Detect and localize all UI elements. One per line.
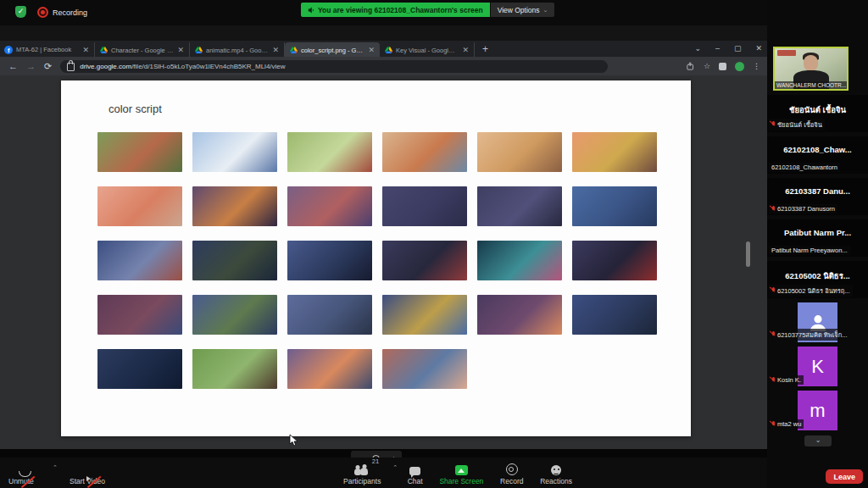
browser-menu-icon[interactable]: ⋮ <box>753 62 760 70</box>
participant-tile-4[interactable]: 62105002 นิติธร...62105002 นิติธร อินทรฤ… <box>767 261 868 298</box>
maximize-icon[interactable]: ▢ <box>734 44 742 53</box>
thumb-man-walking-dawn <box>382 349 467 389</box>
participant-name-label: mta2 wu <box>769 419 804 429</box>
tab-title: animatic.mp4 - Google ไดรฟ์ <box>206 45 268 55</box>
tab-close-icon[interactable]: ✕ <box>176 46 185 54</box>
thumb-sunset-farm-boy <box>97 186 182 226</box>
viewing-banner: You are viewing 62102108_Chawantorn's sc… <box>301 3 490 17</box>
participants-panel: WANCHALERM CHOOTR... ชัยอนันต์ เชื้อจินช… <box>767 0 868 488</box>
drive-favicon-icon <box>289 46 298 54</box>
thumb-dark-room-window <box>382 186 467 226</box>
speaker-icon <box>308 7 314 14</box>
muted-mic-icon <box>771 331 776 338</box>
record-button[interactable]: Record <box>500 461 523 488</box>
participants-count-badge: 21 <box>372 458 379 465</box>
meeting-top-bar: ✓ Recording You are viewing 62102108_Cha… <box>0 0 868 25</box>
participant-name-label: 62103387 Danusorn <box>769 204 837 214</box>
tab-title: Key Visual - Google ไดรฟ์ <box>396 45 458 55</box>
encryption-shield-icon: ✓ <box>15 6 26 18</box>
toolbar-icons: ☆ ⋮ <box>687 57 760 75</box>
participant-tile-2[interactable]: 62103387 Danu...62103387 Danusorn <box>767 178 868 215</box>
thumbnail-row-3 <box>97 241 691 280</box>
thumb-dawn-road-fence <box>287 349 372 389</box>
start-video-button[interactable]: Start Video <box>70 461 105 485</box>
thumb-blue-creature-gold-mane <box>382 295 467 335</box>
close-window-icon[interactable]: ✕ <box>755 44 762 53</box>
participant-tile-3[interactable]: Patibut Narm Pr...Patibut Narm Preeyawon… <box>767 219 868 257</box>
screen-share-banner: You are viewing 62102108_Chawantorn's sc… <box>301 3 554 17</box>
leave-button[interactable]: Leave <box>826 469 863 484</box>
participants-options-chevron[interactable]: ⌃ <box>392 464 398 488</box>
recording-label: Recording <box>53 8 87 17</box>
reload-button[interactable]: ⟳ <box>44 61 52 72</box>
record-icon <box>506 463 518 475</box>
muted-mic-icon <box>771 287 776 294</box>
unmute-button[interactable]: Unmute <box>8 461 34 485</box>
scrollbar-thumb[interactable] <box>746 241 750 267</box>
bookmark-star-icon[interactable]: ☆ <box>704 62 710 70</box>
toolbar-button-label: Share Screen <box>439 477 483 485</box>
muted-mic-icon <box>771 206 776 213</box>
participants-icon <box>354 464 370 475</box>
thumb-night-pines-glow <box>572 295 657 335</box>
browser-tab-0[interactable]: fMTA-62 | Facebook✕ <box>0 42 95 57</box>
reactions-button[interactable]: Reactions <box>540 461 572 488</box>
thumb-monster-crowd-red-eyes <box>382 241 467 280</box>
toolbar-button-label: Reactions <box>540 477 572 485</box>
participant-tile-5[interactable]: 62103775สมคิด ทิพเจ็ก... <box>767 302 868 342</box>
thumbnail-row-5 <box>97 349 691 389</box>
tab-close-icon[interactable]: ✕ <box>81 46 90 54</box>
muted-mic-icon <box>771 421 776 428</box>
thumb-night-man-with-sheep <box>97 241 182 280</box>
browser-tab-1[interactable]: Character - Google ไดรฟ์✕ <box>95 42 190 57</box>
thumb-wolf-howling <box>287 295 372 335</box>
thumb-two-men-pointing <box>477 132 562 172</box>
participant-name-label: ชัยอนันต์ เชื้อจิน <box>769 119 825 130</box>
browser-tab-4[interactable]: Key Visual - Google ไดรฟ์✕ <box>380 42 475 57</box>
tab-close-icon[interactable]: ✕ <box>461 46 470 54</box>
view-options-button[interactable]: View Options ⌄ <box>491 3 555 17</box>
active-speaker-video[interactable]: WANCHALERM CHOOTR... <box>773 47 849 91</box>
participant-tile-0[interactable]: ชัยอนันต์ เชื้อจินชัยอนันต์ เชื้อจิน <box>767 95 868 132</box>
thumb-green-field-face-profile <box>192 349 277 389</box>
thumb-blue-doorway-sitting <box>572 186 657 226</box>
more-participants-button[interactable]: ⌄ <box>804 435 832 446</box>
participant-tile-7[interactable]: mmta2 wu <box>767 391 868 430</box>
browser-tab-2[interactable]: animatic.mp4 - Google ไดรฟ์✕ <box>190 42 285 57</box>
muted-mic-icon <box>771 377 776 384</box>
browser-tab-3[interactable]: color_script.png - Google ไดรฟ์✕ <box>285 42 380 57</box>
thumb-monster-silhouette <box>192 241 277 280</box>
participant-tile-list: ชัยอนันต์ เชื้อจินชัยอนันต์ เชื้อจิน6210… <box>767 95 868 435</box>
mouse-cursor <box>289 434 299 447</box>
share-button[interactable]: Share Screen <box>439 461 483 488</box>
tab-close-icon[interactable]: ✕ <box>271 46 280 54</box>
browser-tab-strip: fMTA-62 | Facebook✕Character - Google ได… <box>0 41 767 57</box>
participant-name-label: 62103775สมคิด ทิพเจ็ก... <box>769 329 850 341</box>
tab-title: MTA-62 | Facebook <box>16 46 78 53</box>
participant-letter-avatar: K <box>798 347 837 386</box>
minimize-icon[interactable]: – <box>715 44 720 53</box>
audio-options-chevron[interactable]: ⌃ <box>53 464 58 471</box>
video-background-sign <box>777 50 796 56</box>
chat-button[interactable]: Chat <box>408 461 423 488</box>
thumbnail-row-1 <box>97 132 691 172</box>
forward-button[interactable]: → <box>26 61 36 71</box>
participant-name-label: 62102108_Chawantorn <box>769 163 840 172</box>
address-bar[interactable]: drive.google.com/file/d/1SlH-o5kLoTya0w1… <box>60 60 608 73</box>
participant-tile-1[interactable]: 62102108_Chaw...62102108_Chawantorn <box>767 136 868 174</box>
tab-close-icon[interactable]: ✕ <box>367 46 376 54</box>
thumb-barn-interior-orange <box>192 186 277 226</box>
page-title: color script <box>108 103 691 115</box>
participant-tile-6[interactable]: KKosin K. <box>767 347 868 386</box>
extensions-icon[interactable] <box>719 63 726 70</box>
share-icon[interactable] <box>687 62 695 70</box>
shared-screen-browser: fMTA-62 | Facebook✕Character - Google ได… <box>0 25 767 449</box>
participant-name-label: Kosin K. <box>769 375 804 385</box>
new-tab-button[interactable]: + <box>475 42 496 57</box>
thumb-climbing-fence <box>382 132 467 172</box>
tabsearch-chevron-icon[interactable]: ⌄ <box>694 44 701 53</box>
participants-button[interactable]: 21Participants <box>343 461 381 488</box>
profile-avatar[interactable] <box>735 62 744 71</box>
back-button[interactable]: ← <box>8 61 18 71</box>
thumb-man-yellow-vest <box>572 132 657 172</box>
